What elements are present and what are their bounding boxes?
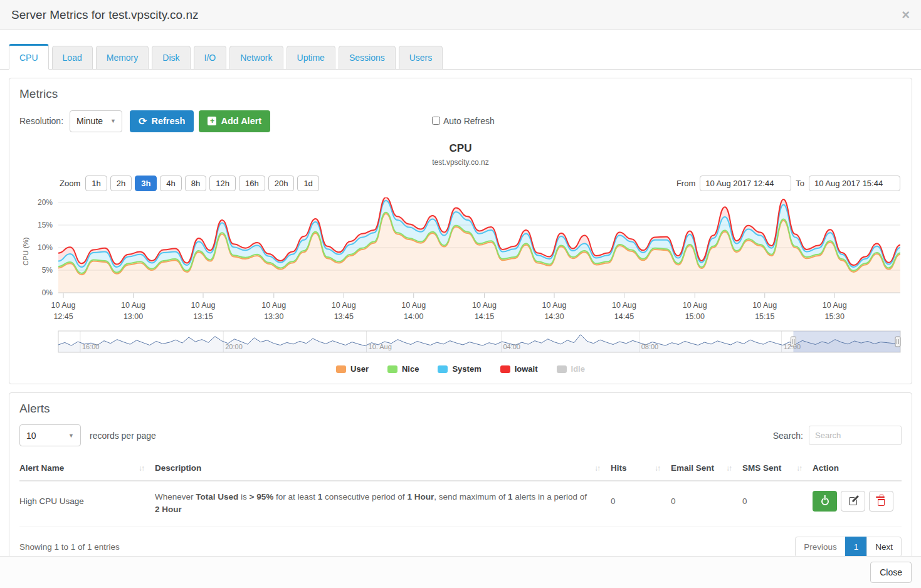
column-label: Description (155, 463, 201, 473)
legend-label-nice: Nice (402, 364, 419, 374)
legend-item-user[interactable]: User (336, 364, 369, 374)
pagination-page-1[interactable]: 1 (845, 537, 868, 557)
page-size-value: 10 (26, 431, 36, 441)
refresh-button[interactable]: ⟳ Refresh (130, 110, 194, 132)
svg-text:13:30: 13:30 (264, 312, 283, 321)
legend-item-idle[interactable]: Idle (557, 364, 585, 374)
column-label: Email Sent (671, 463, 714, 473)
close-icon[interactable]: × (902, 8, 910, 22)
legend-label-user: User (350, 364, 369, 374)
legend-swatch-nice (387, 365, 397, 373)
svg-text:13:45: 13:45 (334, 312, 354, 321)
legend-swatch-iowait (500, 365, 510, 373)
tab-bar: CPULoadMemoryDiskI/ONetworkUptimeSession… (0, 44, 921, 70)
tab-disk[interactable]: Disk (152, 46, 190, 70)
search-label: Search: (773, 431, 803, 441)
pagination: Previous1Next (796, 537, 902, 557)
legend-item-iowait[interactable]: Iowait (500, 364, 538, 374)
edit-alert-button[interactable] (841, 491, 865, 512)
column-header-email-sent[interactable]: Email Sent↓↑ (671, 463, 742, 473)
zoom-button-12h[interactable]: 12h (209, 176, 236, 191)
alerts-panel: Alerts 10 ▼ records per page Search: Ale… (9, 392, 912, 568)
zoom-button-3h[interactable]: 3h (135, 176, 157, 191)
svg-text:20:00: 20:00 (225, 343, 243, 350)
tab-users[interactable]: Users (399, 46, 443, 70)
delete-alert-button[interactable] (869, 491, 893, 512)
tab-cpu[interactable]: CPU (9, 44, 49, 70)
to-date-input[interactable] (809, 176, 900, 191)
column-header-alert-name[interactable]: Alert Name↓↑ (19, 463, 155, 473)
svg-text:10 Aug: 10 Aug (752, 301, 777, 310)
email-sent-cell: 0 (671, 491, 742, 506)
alerts-table-header: Alert Name↓↑Description↓↑Hits↓↑Email Sen… (19, 458, 902, 481)
modal-title: Server Metrics for test.vpscity.co.nz (11, 8, 198, 22)
entries-summary: Showing 1 to 1 of 1 entries (19, 542, 120, 552)
alert-name-cell: High CPU Usage (19, 491, 155, 506)
pagination-next[interactable]: Next (866, 537, 902, 557)
tab-sessions[interactable]: Sessions (339, 46, 396, 70)
zoom-label: Zoom (60, 179, 80, 188)
navigator-handle-right (895, 337, 900, 347)
legend-label-system: System (452, 364, 481, 374)
svg-text:10%: 10% (38, 243, 53, 252)
tab-uptime[interactable]: Uptime (287, 46, 335, 70)
zoom-button-20h[interactable]: 20h (268, 176, 295, 191)
svg-text:14:45: 14:45 (614, 312, 634, 321)
enable-alert-button[interactable] (813, 491, 837, 512)
zoom-button-2h[interactable]: 2h (110, 176, 132, 191)
alerts-table: Alert Name↓↑Description↓↑Hits↓↑Email Sen… (19, 458, 902, 527)
column-header-hits[interactable]: Hits↓↑ (611, 463, 671, 473)
tab-memory[interactable]: Memory (96, 46, 149, 70)
resolution-select[interactable]: Minute ▼ (70, 110, 122, 132)
svg-text:10 Aug: 10 Aug (542, 301, 567, 310)
tab-i-o[interactable]: I/O (194, 46, 227, 70)
tab-load[interactable]: Load (52, 46, 93, 70)
add-alert-button[interactable]: + Add Alert (199, 110, 270, 132)
close-button[interactable]: Close (870, 562, 912, 583)
alerts-heading: Alerts (19, 402, 902, 416)
pagination-previous[interactable]: Previous (795, 537, 846, 557)
sort-icon[interactable]: ↓↑ (796, 464, 801, 473)
svg-text:16:00: 16:00 (82, 343, 100, 350)
zoom-button-4h[interactable]: 4h (160, 176, 181, 191)
column-label: SMS Sent (742, 463, 781, 473)
zoom-button-1d[interactable]: 1d (297, 176, 318, 191)
date-range-controls: From To (676, 176, 900, 191)
legend-swatch-user (336, 365, 346, 373)
legend-label-idle: Idle (571, 364, 585, 374)
svg-text:12:00: 12:00 (784, 343, 801, 350)
zoom-button-1h[interactable]: 1h (85, 176, 107, 191)
metrics-panel: Metrics Resolution: Minute ▼ ⟳ Refresh +… (9, 78, 912, 384)
page-size-select[interactable]: 10 ▼ (19, 424, 81, 446)
legend-item-system[interactable]: System (438, 364, 481, 374)
sort-icon[interactable]: ↓↑ (594, 464, 599, 473)
sort-icon[interactable]: ↓↑ (726, 464, 731, 473)
power-icon (821, 498, 829, 505)
auto-refresh-checkbox[interactable] (432, 117, 440, 125)
svg-text:10 Aug: 10 Aug (401, 301, 426, 310)
tab-network[interactable]: Network (229, 46, 283, 70)
column-label: Action (813, 463, 839, 473)
column-header-sms-sent[interactable]: SMS Sent↓↑ (742, 463, 813, 473)
cpu-area-chart[interactable]: 0%5%10%15%20%CPU (%)10 Aug12:4510 Aug13:… (19, 197, 902, 324)
alerts-controls: 10 ▼ records per page Search: (19, 424, 902, 446)
page-size-label: records per page (90, 431, 156, 441)
svg-text:10 Aug: 10 Aug (612, 301, 636, 310)
hits-cell: 0 (611, 491, 671, 506)
column-header-description[interactable]: Description↓↑ (155, 463, 611, 473)
svg-text:13:15: 13:15 (193, 312, 213, 321)
table-row: High CPU UsageWhenever Total Used is > 9… (19, 481, 902, 527)
svg-text:5%: 5% (42, 266, 53, 275)
sort-icon[interactable]: ↓↑ (655, 464, 660, 473)
alerts-table-body: High CPU UsageWhenever Total Used is > 9… (19, 481, 902, 527)
zoom-button-16h[interactable]: 16h (239, 176, 265, 191)
search-input[interactable] (809, 426, 902, 445)
legend-label-iowait: Iowait (515, 364, 538, 374)
from-label: From (676, 179, 695, 188)
legend-item-nice[interactable]: Nice (387, 364, 419, 374)
svg-text:15:30: 15:30 (825, 312, 845, 321)
zoom-button-8h[interactable]: 8h (185, 176, 206, 191)
chart-navigator[interactable]: 16:0020:0010. Aug04:0008:0012:00 (19, 329, 902, 357)
from-date-input[interactable] (700, 176, 791, 191)
sort-icon[interactable]: ↓↑ (139, 464, 144, 473)
